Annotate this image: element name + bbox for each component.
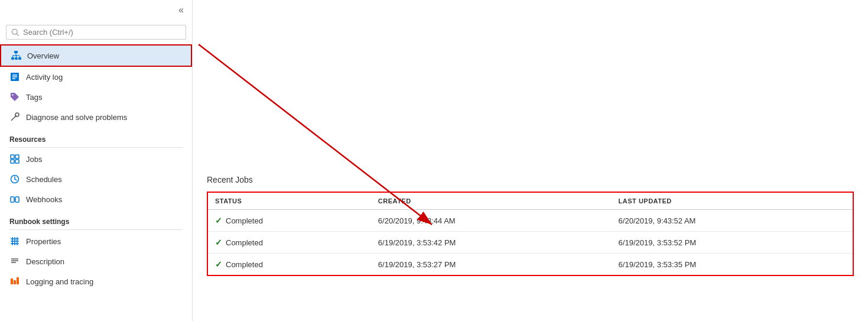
svg-rect-26 bbox=[11, 197, 14, 202]
col-header-created: CREATED bbox=[371, 192, 612, 210]
created-cell-3: 6/19/2019, 3:53:27 PM bbox=[371, 254, 612, 276]
hierarchy-icon bbox=[11, 50, 21, 61]
wrench-icon bbox=[9, 112, 20, 122]
updated-cell-3: 6/19/2019, 3:53:35 PM bbox=[612, 254, 853, 276]
sidebar-label-activity-log: Activity log bbox=[26, 73, 63, 82]
sidebar-item-tags[interactable]: Tags bbox=[0, 87, 192, 107]
logging-icon bbox=[9, 276, 20, 287]
svg-rect-3 bbox=[11, 57, 14, 60]
sidebar-label-overview: Overview bbox=[27, 51, 59, 60]
svg-rect-19 bbox=[11, 155, 14, 158]
svg-rect-40 bbox=[17, 277, 19, 284]
svg-rect-4 bbox=[15, 57, 18, 60]
search-input[interactable] bbox=[23, 28, 181, 37]
svg-rect-39 bbox=[14, 280, 16, 284]
check-icon-3: ✓ bbox=[215, 260, 222, 269]
sidebar-label-webhooks: Webhooks bbox=[26, 195, 62, 204]
status-cell-2: ✓ Completed bbox=[207, 232, 371, 254]
sidebar-label-description: Description bbox=[26, 257, 64, 266]
sidebar-label-logging: Logging and tracing bbox=[26, 277, 93, 286]
jobs-icon bbox=[9, 154, 20, 164]
sidebar-label-diagnose: Diagnose and solve problems bbox=[26, 113, 127, 122]
schedules-icon bbox=[9, 174, 20, 184]
check-icon-2: ✓ bbox=[215, 238, 222, 247]
collapse-button[interactable]: « bbox=[175, 4, 187, 17]
sidebar-item-schedules[interactable]: Schedules bbox=[0, 169, 192, 189]
created-cell-2: 6/19/2019, 3:53:42 PM bbox=[371, 232, 612, 254]
svg-rect-2 bbox=[14, 51, 18, 53]
col-header-status: STATUS bbox=[207, 192, 371, 210]
table-row[interactable]: ✓ Completed 6/20/2019, 9:43:44 AM 6/20/2… bbox=[207, 210, 853, 232]
table-row[interactable]: ✓ Completed 6/19/2019, 3:53:27 PM 6/19/2… bbox=[207, 254, 853, 276]
jobs-table: STATUS CREATED LAST UPDATED ✓ Completed … bbox=[207, 192, 854, 276]
resources-divider bbox=[9, 147, 183, 148]
svg-rect-27 bbox=[15, 197, 19, 202]
sidebar-label-tags: Tags bbox=[26, 93, 42, 102]
sidebar-item-diagnose[interactable]: Diagnose and solve problems bbox=[0, 107, 192, 127]
svg-line-25 bbox=[15, 179, 17, 180]
svg-rect-22 bbox=[15, 160, 19, 163]
sidebar: « Overview bbox=[0, 0, 193, 321]
status-cell-1: ✓ Completed bbox=[207, 210, 371, 232]
col-header-last-updated: LAST UPDATED bbox=[612, 192, 853, 210]
sidebar-label-properties: Properties bbox=[26, 237, 61, 246]
tag-icon bbox=[9, 92, 20, 102]
description-icon bbox=[9, 256, 20, 267]
search-icon bbox=[11, 28, 19, 37]
recent-jobs-title: Recent Jobs bbox=[207, 175, 854, 184]
runbook-settings-section-label: Runbook settings bbox=[0, 209, 192, 228]
log-icon bbox=[9, 72, 20, 82]
sidebar-label-jobs: Jobs bbox=[26, 155, 42, 164]
main-content: Recent Jobs STATUS CREATED LAST UPDATED … bbox=[193, 0, 868, 321]
sidebar-header: « bbox=[0, 0, 192, 20]
svg-rect-21 bbox=[11, 160, 14, 163]
svg-rect-20 bbox=[15, 155, 19, 158]
sidebar-item-properties[interactable]: Properties bbox=[0, 231, 192, 251]
sidebar-item-jobs[interactable]: Jobs bbox=[0, 149, 192, 169]
svg-point-15 bbox=[12, 94, 13, 95]
check-icon-1: ✓ bbox=[215, 216, 222, 225]
updated-cell-1: 6/20/2019, 9:43:52 AM bbox=[612, 210, 853, 232]
properties-icon bbox=[9, 236, 20, 247]
status-text-2: Completed bbox=[226, 238, 263, 247]
sidebar-label-schedules: Schedules bbox=[26, 175, 62, 184]
svg-rect-38 bbox=[11, 278, 13, 284]
status-text-1: Completed bbox=[226, 216, 263, 225]
sidebar-item-description[interactable]: Description bbox=[0, 251, 192, 271]
svg-rect-5 bbox=[18, 57, 21, 60]
table-row[interactable]: ✓ Completed 6/19/2019, 3:53:42 PM 6/19/2… bbox=[207, 232, 853, 254]
sidebar-item-activity-log[interactable]: Activity log bbox=[0, 67, 192, 87]
sidebar-item-webhooks[interactable]: Webhooks bbox=[0, 189, 192, 209]
sidebar-item-logging[interactable]: Logging and tracing bbox=[0, 271, 192, 291]
runbook-settings-divider bbox=[9, 229, 183, 230]
status-cell-3: ✓ Completed bbox=[207, 254, 371, 276]
updated-cell-2: 6/19/2019, 3:53:52 PM bbox=[612, 232, 853, 254]
search-box[interactable] bbox=[6, 25, 186, 40]
svg-line-1 bbox=[17, 34, 18, 35]
status-text-3: Completed bbox=[226, 260, 263, 269]
resources-section-label: Resources bbox=[0, 127, 192, 146]
created-cell-1: 6/20/2019, 9:43:44 AM bbox=[371, 210, 612, 232]
sidebar-item-overview[interactable]: Overview bbox=[0, 44, 192, 67]
webhooks-icon bbox=[9, 194, 20, 205]
